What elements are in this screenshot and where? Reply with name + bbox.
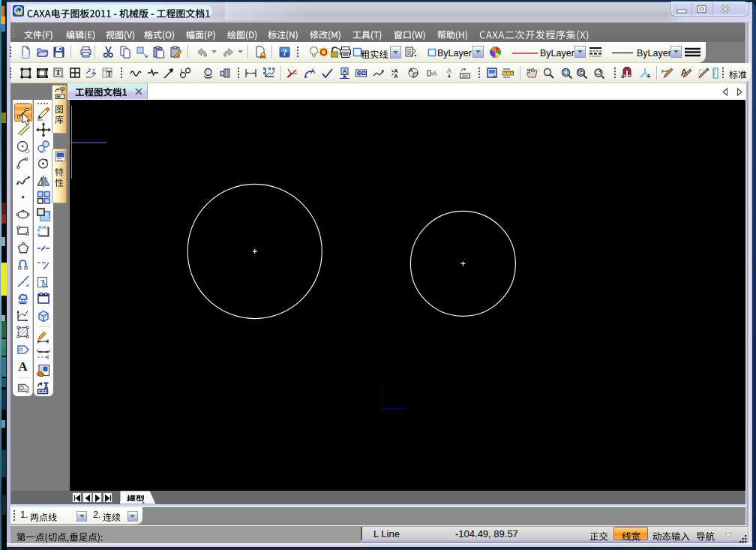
svg-text:A: A <box>310 68 316 75</box>
svg-text:?: ? <box>282 47 287 58</box>
svg-text:T: T <box>56 68 62 77</box>
svg-text:A: A <box>447 67 452 74</box>
svg-text:A: A <box>432 70 436 77</box>
svg-text:A=: A= <box>462 74 468 78</box>
svg-text:A: A <box>394 73 398 80</box>
svg-text:M: M <box>16 9 22 17</box>
svg-text:2: 2 <box>92 68 95 74</box>
svg-text:T: T <box>106 70 112 78</box>
svg-text:A: A <box>18 359 28 374</box>
svg-text:A: A <box>342 68 346 75</box>
